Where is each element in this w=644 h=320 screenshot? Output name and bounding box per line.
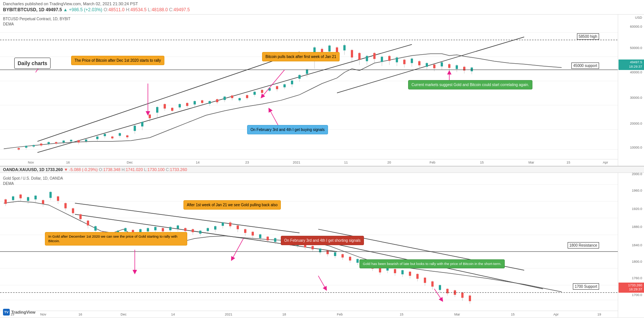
svg-rect-265 — [431, 281, 434, 287]
svg-rect-64 — [224, 97, 226, 100]
gold-ann2: After 1st week of Jan 21 we see Gold pul… — [183, 200, 281, 210]
svg-rect-275 — [469, 295, 471, 301]
btc-price: 49497.5 — [46, 7, 62, 12]
svg-rect-245 — [356, 259, 359, 263]
svg-rect-205 — [207, 228, 209, 231]
btc-price-badge: 49497.5 18:29:37 — [619, 60, 644, 70]
svg-rect-199 — [184, 228, 186, 231]
svg-rect-66 — [231, 95, 233, 98]
svg-rect-124 — [448, 64, 450, 68]
svg-rect-239 — [334, 252, 336, 256]
gold-o-label: O: — [99, 167, 103, 172]
btc-h-label: H: — [126, 7, 130, 12]
btc-price-60k: 60000.0 — [630, 25, 642, 28]
svg-rect-54 — [186, 103, 188, 106]
btc-o-label: O: — [104, 7, 109, 12]
btc-time-11: 11 — [344, 161, 348, 164]
svg-rect-42 — [141, 122, 143, 127]
svg-rect-32 — [104, 134, 106, 136]
svg-rect-14 — [33, 145, 35, 147]
svg-rect-24 — [70, 140, 72, 141]
svg-rect-215 — [244, 229, 246, 233]
gold-time-15b: 15 — [511, 313, 514, 316]
charts-container: BTCUSD Perpetual Contract, 1D, BYBIT DEM… — [0, 15, 644, 318]
btc-time-16: 16 — [66, 161, 70, 164]
svg-rect-110 — [396, 58, 398, 63]
btc-time-dec: Dec — [127, 161, 133, 164]
svg-rect-233 — [312, 246, 314, 249]
btc-price-20k: 20000.0 — [630, 122, 642, 125]
svg-rect-159 — [34, 195, 37, 199]
svg-rect-126 — [456, 65, 458, 69]
svg-line-281 — [434, 289, 442, 300]
svg-rect-261 — [416, 274, 419, 279]
svg-rect-12 — [25, 146, 27, 148]
svg-rect-223 — [274, 238, 276, 242]
svg-rect-243 — [349, 257, 351, 260]
svg-rect-18 — [48, 142, 50, 144]
svg-rect-219 — [259, 234, 261, 238]
svg-rect-157 — [27, 197, 29, 201]
svg-rect-80 — [283, 84, 286, 87]
btc-ann3: On February 3rd and 4th I get buying sig… — [247, 125, 328, 134]
svg-rect-175 — [94, 226, 97, 231]
btc-ann4: Current markets suggest Gold and Bitcoin… — [408, 80, 532, 89]
publisher-line: Dancharles published on TradingView.com,… — [3, 1, 641, 7]
svg-rect-207 — [214, 226, 216, 229]
svg-rect-78 — [276, 86, 278, 89]
svg-rect-211 — [229, 222, 231, 226]
svg-rect-171 — [79, 214, 82, 219]
svg-rect-44 — [149, 115, 151, 118]
btc-ticker-line: BYBIT:BTCUSD, 1D 49497.5 ▲ +986.5 (+2.03… — [3, 7, 641, 13]
gold-time-16: 16 — [78, 313, 82, 316]
svg-rect-62 — [216, 99, 218, 102]
btc-price-50k: 50000.0 — [630, 46, 642, 50]
svg-rect-153 — [12, 196, 14, 200]
btc-time-15b: 15 — [566, 161, 570, 164]
gold-time-15: 15 — [400, 313, 403, 316]
btc-time-20: 20 — [387, 161, 391, 164]
svg-rect-84 — [298, 75, 301, 79]
btc-time-axis: Nov 16 Dec 14 23 2021 11 20 Feb 15 Mar 1… — [0, 159, 618, 166]
svg-rect-201 — [192, 229, 194, 232]
svg-rect-221 — [267, 237, 269, 240]
svg-rect-195 — [169, 227, 171, 230]
svg-rect-173 — [87, 220, 89, 225]
svg-rect-255 — [394, 269, 396, 273]
btc-c-label: C: — [169, 7, 174, 12]
btc-l: 48188.0 — [152, 7, 168, 12]
svg-rect-74 — [261, 90, 263, 93]
gold-ann1: In Gold after December 1st 2020 we can s… — [45, 232, 187, 246]
svg-rect-213 — [237, 225, 239, 229]
gold-chart-panel: OANDA:XAUUSD, 1D 1733.260 ▼ -5.088 (-0.2… — [0, 167, 644, 318]
gold-price-1920: 1920.0 — [632, 207, 642, 211]
gold-time-feb: Feb — [337, 313, 343, 316]
gold-price-1960: 1960.0 — [632, 189, 642, 192]
header: Dancharles published on TradingView.com,… — [0, 0, 644, 15]
svg-rect-92 — [328, 46, 331, 52]
gold-price-1760: 1760.0 — [632, 276, 642, 280]
svg-rect-155 — [19, 194, 22, 198]
svg-rect-10 — [18, 148, 20, 150]
btc-l-label: L: — [148, 7, 152, 12]
svg-rect-38 — [126, 135, 128, 137]
svg-rect-100 — [358, 53, 361, 60]
btc-time-14: 14 — [196, 161, 200, 164]
gold-price-1840: 1840.0 — [632, 243, 642, 247]
gold-price-axis: 2000.0 1960.0 1920.0 1880.0 1840.0 1800.… — [618, 167, 644, 318]
svg-rect-263 — [424, 278, 426, 283]
svg-rect-82 — [291, 81, 293, 85]
gold-ann3: On February 3rd and 4th I get shorting s… — [281, 236, 364, 245]
svg-rect-237 — [326, 250, 329, 254]
gold-c-label: C: — [166, 167, 170, 172]
svg-line-134 — [262, 70, 285, 97]
btc-price-10k: 10000.0 — [630, 146, 642, 149]
svg-rect-98 — [351, 50, 353, 58]
svg-rect-169 — [72, 208, 74, 213]
tv-icon: TV — [3, 309, 10, 316]
gold-level1-label: 1800 Resistance — [568, 242, 599, 249]
svg-rect-50 — [171, 108, 173, 111]
gold-h-label: H: — [122, 167, 126, 172]
daily-charts-label: Daily charts — [14, 58, 51, 69]
btc-time-feb: Feb — [429, 161, 435, 164]
